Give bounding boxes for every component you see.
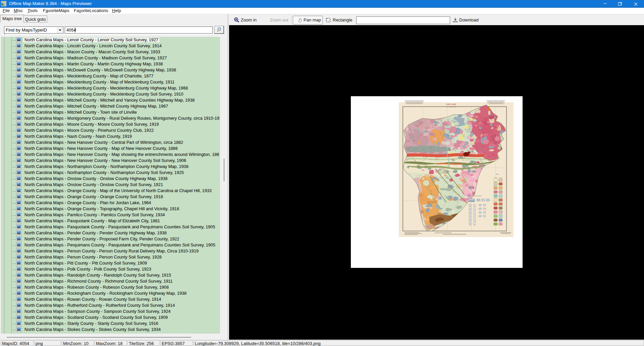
svg-text:NORTH CAROLINA: NORTH CAROLINA: [446, 106, 457, 108]
svg-text:SOIL MAP: SOIL MAP: [446, 103, 456, 105]
